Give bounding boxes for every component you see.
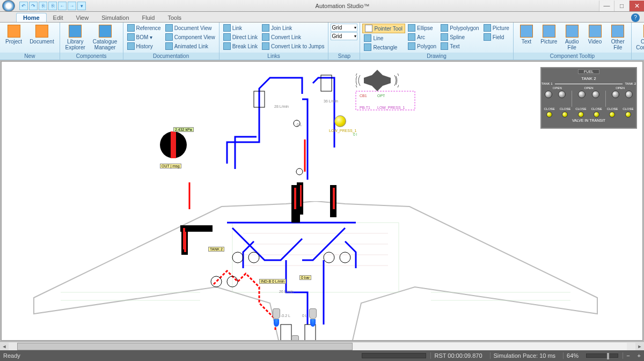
flow-label-3: 26 L/min [279, 290, 294, 293]
qat-undo[interactable]: ↶ [19, 2, 28, 10]
tab-simulation[interactable]: Simulation [95, 13, 135, 22]
svg-point-7 [248, 252, 259, 263]
btn-tt-text[interactable]: Text [516, 24, 537, 46]
vol-label-0c: -0.2 L [281, 314, 290, 318]
svg-point-6 [232, 252, 243, 263]
lamp-4 [594, 112, 599, 117]
group-snap: Grid Grid Snap [328, 23, 360, 60]
zoom-out-icon[interactable]: − [623, 352, 633, 359]
btn-tt-picture[interactable]: Picture [538, 24, 560, 46]
close-button[interactable]: ✕ [629, 1, 644, 11]
svg-point-11 [227, 276, 238, 287]
status-zoom-value: 64% [563, 352, 582, 359]
btn-tt-audio[interactable]: Audio File [561, 24, 583, 51]
tab-tools[interactable]: Tools [161, 13, 188, 22]
indb-readout: IND-B 0 L/min [259, 279, 286, 284]
scroll-thumb[interactable] [17, 343, 353, 350]
btn-direct-link[interactable]: Direct Link [222, 33, 259, 41]
tab-home[interactable]: Home [16, 13, 47, 22]
knob-2[interactable] [558, 91, 566, 98]
help-button[interactable]: ? [631, 13, 640, 22]
qat-btn3[interactable]: ⎘ [39, 2, 47, 10]
btn-project[interactable]: Project [2, 24, 25, 46]
quick-access-toolbar: ↶ ↷ ⎘ ⎘ ← → ▾ [19, 2, 86, 10]
btn-arc[interactable]: Arc [406, 33, 438, 41]
status-bar: Ready RST 00:00:09.870 Simulation Pace: … [0, 350, 644, 361]
svg-point-10 [211, 276, 222, 287]
horizontal-scrollbar[interactable]: ◄ ► [0, 342, 644, 350]
scroll-left[interactable]: ◄ [0, 343, 9, 350]
btn-text[interactable]: Text [439, 42, 480, 50]
btn-catalogue-manager[interactable]: Catalogue Manager [90, 24, 121, 51]
knob-6[interactable] [625, 91, 633, 98]
btn-history[interactable]: History [126, 42, 163, 50]
btn-ellipse[interactable]: Ellipse [406, 24, 438, 32]
qat-more[interactable]: ▾ [77, 2, 86, 10]
btn-break-link[interactable]: Break Link [222, 42, 259, 50]
lamp-1 [546, 112, 552, 117]
btn-link[interactable]: Link [222, 24, 259, 32]
qat-back[interactable]: ← [58, 2, 67, 10]
btn-custom-component[interactable]: Custom Component [634, 24, 644, 51]
drawing-canvas[interactable]: 2.432 kPa OUT | msg LOW_PRESS_1 0 l 28 L… [1, 61, 643, 341]
lowpress-label2: LOW_PRESS_1 [377, 106, 405, 109]
group-links: Link Direct Link Break Link Join Link Co… [219, 23, 329, 60]
engine-1 [271, 308, 282, 327]
btn-picture[interactable]: Picture [482, 24, 511, 32]
btn-component-view[interactable]: Component View [164, 33, 217, 41]
zoom-in-icon[interactable]: + [638, 352, 641, 359]
readout-out: OUT | msg [160, 164, 181, 168]
knob-1[interactable] [545, 91, 552, 98]
knob-4[interactable] [592, 91, 599, 98]
ribbon: Project Document New Library Explorer Ca… [0, 23, 644, 60]
group-documentation: Reference BOM ▾ History Document View Co… [123, 23, 219, 60]
main-gauge [160, 131, 187, 158]
app-logo[interactable] [2, 0, 15, 12]
pressure-readout: 2.432 kPa [173, 127, 194, 132]
btn-line[interactable]: Line [362, 34, 405, 42]
btn-document-view[interactable]: Document View [164, 24, 217, 32]
btn-spline[interactable]: Spline [439, 33, 480, 41]
fuel-control-panel[interactable]: FUEL TANK 2 TANK 1 TANK 2 OPEN OPEN OPEN… [540, 67, 637, 129]
qat-redo[interactable]: ↷ [29, 2, 38, 10]
qat-btn4[interactable]: ⎘ [48, 2, 57, 10]
minimize-button[interactable]: — [599, 1, 614, 11]
btn-pointer-tool[interactable]: Pointer Tool [362, 24, 405, 33]
btn-convert-link[interactable]: Convert Link [260, 33, 326, 41]
btn-polygon[interactable]: Polygon [406, 42, 438, 50]
btn-field[interactable]: Field [482, 33, 511, 41]
tab-fluid[interactable]: Fluid [136, 13, 162, 22]
alarm-speaker-icon [356, 70, 399, 91]
group-custom: Custom Component Port Extract Symbol Cus… [632, 23, 644, 60]
btn-bom[interactable]: BOM ▾ [126, 33, 163, 41]
pbt1-label: PB-T1 [360, 106, 370, 109]
maximize-button[interactable]: □ [614, 1, 629, 11]
btn-rectangle[interactable]: Rectangle [362, 43, 405, 51]
title-bar: ↶ ↷ ⎘ ⎘ ← → ▾ Automation Studio™ — □ ✕ [0, 0, 644, 12]
btn-tt-other[interactable]: Other File [607, 24, 629, 51]
scroll-right[interactable]: ► [635, 343, 644, 350]
qat-fwd[interactable]: → [68, 2, 76, 10]
btn-join-link[interactable]: Join Link [260, 24, 326, 32]
knob-5[interactable] [612, 91, 619, 98]
tab-view[interactable]: View [70, 13, 96, 22]
vol-label-0b: 0 L [302, 314, 308, 318]
knob-3[interactable] [578, 91, 586, 98]
opt-label: OPT [377, 94, 385, 98]
status-rst: RST 00:00:09.870 [430, 352, 485, 359]
panel-tank2: TANK 2 [541, 76, 636, 81]
lamp-5 [609, 112, 615, 117]
group-components: Library Explorer Catalogue Manager Compo… [60, 23, 123, 60]
svg-point-5 [296, 168, 303, 175]
btn-animated-link[interactable]: Animated Link [164, 42, 217, 50]
tab-edit[interactable]: Edit [47, 13, 70, 22]
btn-document[interactable]: Document [26, 24, 57, 46]
btn-polypolygon[interactable]: Polypolygon [439, 24, 480, 32]
btn-library-explorer[interactable]: Library Explorer [62, 24, 89, 51]
btn-tt-video[interactable]: Video [584, 24, 606, 46]
zoom-slider[interactable] [586, 353, 618, 358]
btn-reference[interactable]: Reference [126, 24, 163, 32]
snap-select-2[interactable]: Grid [331, 32, 357, 40]
btn-convert-link-jumps[interactable]: Convert Link to Jumps [260, 42, 326, 50]
snap-select-1[interactable]: Grid [331, 24, 357, 32]
